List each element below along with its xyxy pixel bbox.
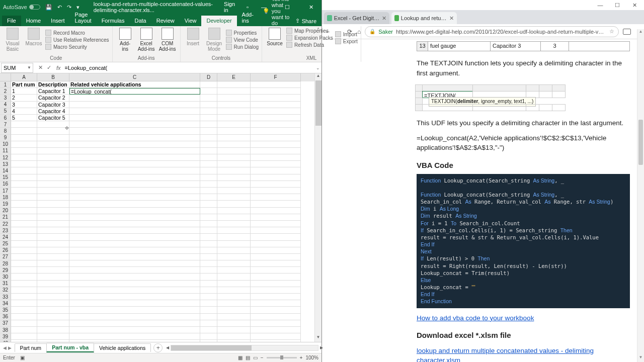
cell[interactable]	[251, 108, 301, 115]
tab-developer[interactable]: Developer	[201, 16, 236, 26]
cell[interactable]	[200, 154, 217, 161]
cell[interactable]	[251, 121, 301, 128]
cell[interactable]	[37, 307, 69, 313]
zoom-out-button[interactable]: −	[261, 355, 264, 360]
cell[interactable]	[11, 320, 37, 327]
cell[interactable]	[69, 121, 200, 128]
cell[interactable]	[69, 241, 200, 247]
cell[interactable]	[251, 254, 301, 260]
cell[interactable]	[11, 128, 37, 134]
cell[interactable]	[11, 314, 37, 320]
relative-refs-button[interactable]: Use Relative References	[45, 37, 109, 43]
row-header[interactable]: 6	[0, 115, 11, 121]
maximize-button[interactable]: ☐	[609, 0, 626, 10]
macros-button[interactable]: Macros	[24, 28, 43, 52]
cell[interactable]	[69, 115, 200, 121]
cell[interactable]	[200, 148, 217, 154]
run-dialog-button[interactable]: Run Dialog	[226, 44, 259, 50]
scroll-up-icon[interactable]: ▲	[637, 29, 644, 36]
cast-icon[interactable]	[623, 29, 631, 35]
cell[interactable]	[251, 221, 301, 227]
cell[interactable]	[200, 214, 217, 221]
cell[interactable]	[200, 121, 217, 128]
row-header[interactable]: 18	[0, 194, 11, 201]
macro-security-button[interactable]: Macro Security	[45, 44, 109, 50]
cell[interactable]: Part num	[11, 81, 37, 88]
zoom-slider[interactable]	[267, 357, 297, 358]
tab-view[interactable]: View	[180, 16, 202, 26]
cell[interactable]	[200, 102, 217, 108]
cell[interactable]	[69, 274, 200, 280]
fx-icon[interactable]: fx	[56, 65, 61, 71]
cell[interactable]	[200, 161, 217, 167]
cell[interactable]: Capacitor 1	[37, 88, 69, 95]
cell[interactable]	[251, 327, 301, 333]
cell[interactable]	[217, 287, 251, 294]
cell[interactable]	[200, 108, 217, 115]
cell[interactable]	[69, 214, 200, 221]
cell[interactable]	[37, 340, 69, 342]
cell[interactable]	[200, 254, 217, 260]
chevron-down-icon[interactable]: ▼	[27, 65, 33, 70]
close-tab-icon[interactable]: ✕	[449, 15, 454, 22]
cell[interactable]	[217, 208, 251, 214]
scroll-down-icon[interactable]: ▼	[637, 355, 644, 362]
cell[interactable]	[217, 121, 251, 128]
properties-button[interactable]: Properties	[226, 30, 259, 36]
row-header[interactable]: 17	[0, 188, 11, 194]
cell[interactable]	[200, 287, 217, 294]
row-header[interactable]: 3	[0, 95, 11, 101]
row-header[interactable]: 40	[0, 340, 11, 342]
col-header[interactable]: E	[217, 73, 251, 81]
row-header[interactable]: 28	[0, 260, 11, 267]
cell[interactable]	[200, 274, 217, 280]
col-header[interactable]: C	[69, 73, 200, 81]
cell[interactable]	[251, 102, 301, 108]
cell[interactable]: Capacitor 4	[37, 108, 69, 115]
redo-icon[interactable]: ↷	[67, 4, 71, 11]
cell[interactable]	[11, 154, 37, 161]
undo-icon[interactable]: ↶	[57, 4, 62, 11]
cell[interactable]	[11, 307, 37, 313]
cell[interactable]	[37, 221, 69, 227]
cell[interactable]	[251, 260, 301, 267]
cell[interactable]	[200, 88, 217, 95]
cell[interactable]	[69, 260, 200, 267]
minimize-button[interactable]: —	[592, 0, 609, 10]
browser-tab[interactable]: Excel - Get Digital Help ✕	[324, 12, 389, 24]
cell[interactable]	[200, 135, 217, 141]
cell[interactable]	[69, 307, 200, 313]
scrollbar-thumb[interactable]	[171, 345, 252, 350]
cell[interactable]	[251, 307, 301, 313]
row-header[interactable]: 20	[0, 208, 11, 214]
save-icon[interactable]: 💾	[45, 4, 52, 11]
row-header[interactable]: 2	[0, 88, 11, 95]
row-header[interactable]: 5	[0, 108, 11, 115]
spreadsheet-grid[interactable]: A B C D E F 1Part numDescriptionRelated …	[0, 73, 321, 342]
cell[interactable]	[251, 174, 301, 181]
zoom-level[interactable]: 100%	[305, 355, 318, 360]
cell[interactable]	[200, 174, 217, 181]
tab-file[interactable]: File	[2, 16, 21, 26]
cell[interactable]	[37, 254, 69, 260]
scroll-up-icon[interactable]: ▲	[315, 73, 321, 80]
row-header[interactable]: 12	[0, 154, 11, 161]
row-header[interactable]: 27	[0, 254, 11, 260]
cell[interactable]	[251, 294, 301, 300]
cell[interactable]	[69, 221, 200, 227]
row-header[interactable]: 7	[0, 121, 11, 128]
cell[interactable]	[217, 333, 251, 340]
cell[interactable]	[11, 241, 37, 247]
cell[interactable]: Capacitor 2	[37, 95, 69, 101]
cell[interactable]	[11, 274, 37, 280]
cell[interactable]	[251, 128, 301, 134]
row-header[interactable]: 9	[0, 135, 11, 141]
cell[interactable]: 4	[11, 108, 37, 115]
cell[interactable]	[11, 267, 37, 274]
cell[interactable]	[251, 154, 301, 161]
cell[interactable]	[37, 194, 69, 201]
cell[interactable]	[69, 208, 200, 214]
cell[interactable]	[11, 281, 37, 287]
cell[interactable]	[200, 320, 217, 327]
cell[interactable]	[11, 247, 37, 254]
